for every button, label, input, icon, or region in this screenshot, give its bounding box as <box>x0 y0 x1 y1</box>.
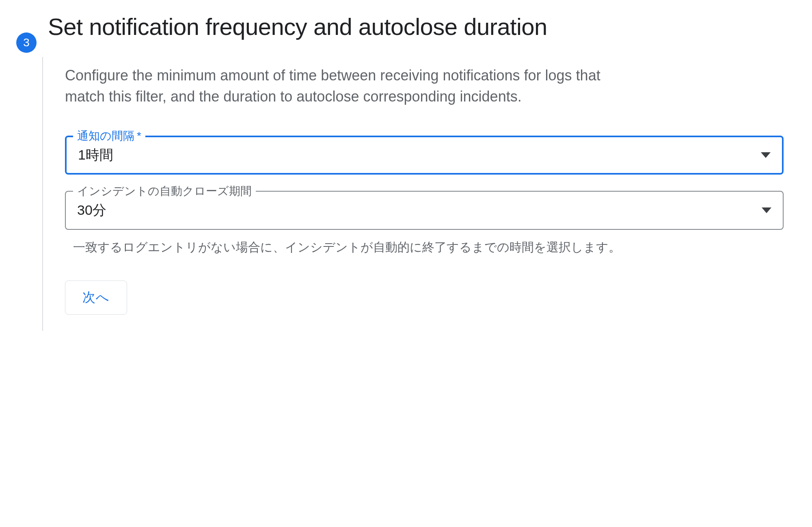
next-button[interactable]: 次へ <box>65 281 127 315</box>
step-title: Set notification frequency and autoclose… <box>48 12 547 42</box>
step-number: 3 <box>23 36 30 49</box>
notification-interval-value: 1時間 <box>78 146 761 164</box>
notification-interval-label-wrap: 通知の間隔 * <box>73 128 145 144</box>
required-mark: * <box>137 130 141 143</box>
notification-interval-field: 通知の間隔 * 1時間 <box>65 136 784 175</box>
autoclose-duration-value: 30分 <box>77 201 762 220</box>
step-description: Configure the minimum amount of time bet… <box>65 65 633 107</box>
step-number-badge: 3 <box>16 32 37 53</box>
notification-interval-select[interactable]: 1時間 <box>65 136 784 175</box>
step-body: Configure the minimum amount of time bet… <box>42 57 784 331</box>
autoclose-helper-text: 一致するログエントリがない場合に、インシデントが自動的に終了するまでの時間を選択… <box>65 238 633 256</box>
autoclose-duration-label: インシデントの自動クローズ期間 <box>77 184 252 199</box>
footer-buttons: 次へ <box>65 281 784 315</box>
notification-interval-label: 通知の間隔 <box>77 128 134 144</box>
step-panel: 3 Set notification frequency and autoclo… <box>0 0 812 347</box>
next-button-label: 次へ <box>82 289 110 307</box>
chevron-down-icon <box>761 152 771 158</box>
form-area: 通知の間隔 * 1時間 インシデントの自動クローズ期間 30分 一致するログエ <box>65 136 784 315</box>
autoclose-duration-field: インシデントの自動クローズ期間 30分 <box>65 191 784 230</box>
chevron-down-icon <box>762 207 771 213</box>
autoclose-duration-label-wrap: インシデントの自動クローズ期間 <box>73 184 256 199</box>
step-header-row: 3 Set notification frequency and autoclo… <box>16 12 784 53</box>
